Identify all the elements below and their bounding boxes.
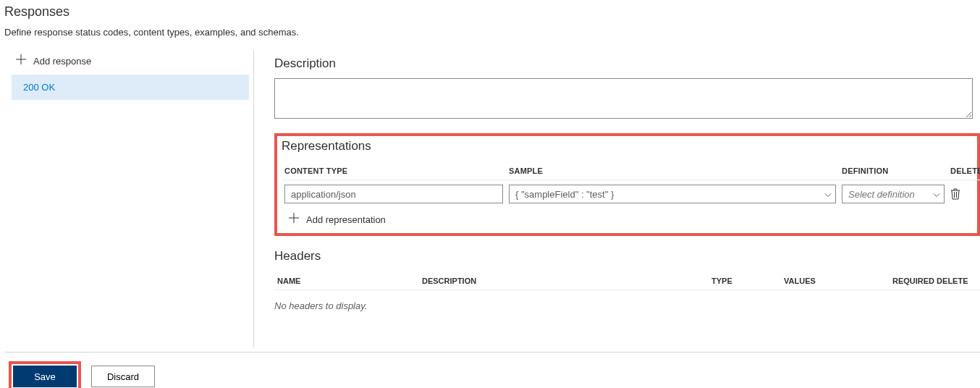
- add-representation-label: Add representation: [306, 214, 386, 225]
- representations-title: Representations: [282, 139, 973, 153]
- add-response-label: Add response: [33, 56, 91, 67]
- representations-highlight: Representations CONTENT TYPE SAMPLE DEFI…: [274, 133, 980, 236]
- col-delete: DELETE: [947, 161, 980, 180]
- representation-row: [282, 180, 980, 208]
- response-detail-pane: Description Representations CONTENT TYPE…: [254, 51, 980, 347]
- col-content-type: CONTENT TYPE: [282, 161, 506, 180]
- col-header-values: VALUES: [781, 271, 890, 290]
- col-sample: SAMPLE: [506, 161, 839, 180]
- plus-icon: [16, 54, 26, 67]
- representations-table: CONTENT TYPE SAMPLE DEFINITION DELETE: [282, 161, 980, 208]
- col-header-required-delete: REQUIRED DELETE: [890, 271, 980, 290]
- definition-select[interactable]: [842, 185, 945, 203]
- footer-actions: Save Discard: [4, 352, 980, 388]
- description-title: Description: [274, 56, 980, 71]
- page-subtitle: Define response status codes, content ty…: [4, 27, 980, 38]
- plus-icon: [289, 213, 299, 225]
- col-header-type: TYPE: [709, 271, 781, 290]
- headers-section: Headers NAME DESCRIPTION TYPE VALUES REQ…: [274, 249, 980, 311]
- col-header-name: NAME: [274, 271, 419, 290]
- discard-button[interactable]: Discard: [91, 366, 155, 387]
- description-input[interactable]: [274, 78, 973, 119]
- headers-title: Headers: [274, 249, 980, 263]
- content-type-input[interactable]: [284, 185, 503, 203]
- save-highlight: Save: [9, 361, 81, 388]
- headers-empty: No headers to display.: [274, 290, 980, 311]
- response-item-200[interactable]: 200 OK: [12, 75, 249, 100]
- col-header-description: DESCRIPTION: [419, 271, 709, 290]
- page-title: Responses: [4, 4, 980, 20]
- col-definition: DEFINITION: [839, 161, 947, 180]
- trash-icon[interactable]: [950, 188, 979, 200]
- sample-input[interactable]: [509, 185, 836, 203]
- responses-sidebar: Add response 200 OK: [4, 51, 254, 347]
- save-button[interactable]: Save: [13, 366, 77, 387]
- add-response-button[interactable]: Add response: [4, 51, 253, 75]
- add-representation-button[interactable]: Add representation: [282, 208, 973, 229]
- headers-table: NAME DESCRIPTION TYPE VALUES REQUIRED DE…: [274, 271, 980, 290]
